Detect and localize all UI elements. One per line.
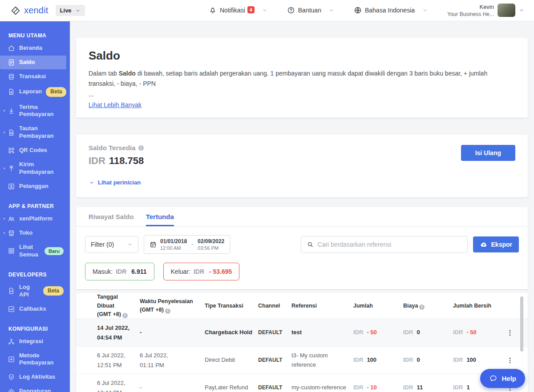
account-text: Kevin Your Business He... [447,3,494,18]
filter-dropdown[interactable]: Filter (0) [85,236,138,253]
history-card: Riwayat Saldo Tertunda Filter (0) 01/01/… [76,207,528,289]
intro-ellipsis: ... [89,91,515,98]
balance-info: Saldo Tersedia i IDR118.758 Lihat perini… [89,144,144,186]
cloud-download-icon [480,240,488,248]
brand: xendit Live [11,5,85,16]
saldo-intro-card: Saldo Dalam tab Saldo di bawah, setiap b… [76,38,528,118]
help-menu[interactable]: Bantuan [287,6,334,14]
currency-label: IDR [89,155,105,166]
sidebar-item-integrasi[interactable]: Integrasi [0,335,66,348]
language-menu[interactable]: Bahasa Indonesia [354,6,428,14]
business-name: Your Business He... [447,11,494,18]
date-range-end: 02/09/2022 03:56 PM [198,238,224,252]
integration-icon [8,338,15,345]
sidebar-item-toko[interactable]: Toko [0,226,66,240]
sidebar-item-kirim-pembayaran[interactable]: Kirim Pembayaran [0,158,66,179]
sidebar-item-laporan[interactable]: Laporan Beta [0,84,66,100]
reference-cell: t3- My custom reference [291,351,353,370]
caret-right-icon [2,166,7,171]
notifications-count-badge: 4 [247,6,255,13]
shop-icon [8,229,15,237]
sidebar-section-title: DEVELOPERS [0,272,70,280]
info-icon[interactable]: i [138,145,144,151]
sidebar-section-title: APP & PARTNER [0,203,70,212]
top-bar: xendit Live Notifikasi 4 Bantuan Bahasa … [0,0,534,21]
outflow-value: - 53.695 [209,268,232,275]
row-actions-menu[interactable] [504,327,516,339]
sidebar-section-title: MENU UTAMA [0,32,70,41]
see-more-link[interactable]: Lihat Lebih Banyak [89,101,142,108]
notifications-label: Notifikasi [220,7,245,14]
channel-cell: DEFAULT [258,384,291,392]
environment-selector[interactable]: Live [56,5,85,16]
sidebar-item-qr-codes[interactable]: QR Codes [0,144,66,157]
settled-cell: - [140,383,205,392]
sidebar-section-konfigurasi: KONFIGURASI Integrasi Metode Pembayaran … [0,326,70,392]
xendit-logo-icon [11,6,20,16]
col-channel: Channel [258,302,291,310]
gear-icon [8,388,15,392]
bell-icon [209,6,217,14]
coins-icon [8,73,15,80]
sidebar-item-log-api[interactable]: Log API Beta [0,280,66,302]
table-row: 14 Jul 2022,04:54 PM - Chargeback Hold D… [76,319,528,347]
sidebar-item-transaksi[interactable]: Transaksi [0,70,66,84]
info-icon[interactable]: i [122,313,128,318]
sidebar-item-beranda[interactable]: Beranda [0,41,66,55]
search-container [301,236,468,253]
balance-card: Saldo Tersedia i IDR118.758 Lihat perini… [76,135,528,197]
channel-cell: DEFAULT [258,328,291,337]
tab-riwayat-saldo[interactable]: Riwayat Saldo [89,207,134,226]
search-icon [307,241,314,248]
payment-link-icon [8,129,15,136]
sidebar-section-developers: DEVELOPERS Log API Beta Callbacks [0,272,70,316]
notifications-menu[interactable]: Notifikasi 4 [209,6,267,14]
reference-cell: test [291,328,353,337]
search-input[interactable] [318,241,462,248]
col-waktu-penyelesaian: Waktu Penyelesaian(GMT +8)i [140,297,205,315]
sidebar-item-log-aktivitas[interactable]: Log Aktivitas [0,370,66,384]
sidebar-item-lihat-semua[interactable]: Lihat Semua Baru [0,240,66,262]
balance-value: 118.758 [109,155,144,166]
chevron-down-icon [519,8,524,13]
account-menu[interactable]: Kevin Your Business He... [447,3,524,18]
fee-cell: IDR0 [403,328,453,337]
sidebar-item-metode-pembayaran[interactable]: Metode Pembayaran [0,349,66,370]
col-tanggal-dibuat: Tanggal Dibuat(GMT +8)i [97,293,140,319]
intro-description: Dalam tab Saldo di bawah, setiap baris a… [89,68,515,89]
users-icon [8,215,15,223]
table-header-row: Tanggal Dibuat(GMT +8)i Waktu Penyelesai… [76,293,528,319]
fee-cell: IDR0 [403,356,453,365]
caret-right-icon [2,230,7,236]
home-icon [8,44,15,52]
question-circle-icon [287,6,295,14]
topup-button[interactable]: Isi Ulang [461,145,515,161]
export-button[interactable]: Ekspor [473,236,519,252]
help-label: Bantuan [298,7,321,14]
col-jumlah-bersih: Jumlah Bersih [453,302,499,310]
help-fab-button[interactable]: Help [480,369,525,388]
sidebar-item-callbacks[interactable]: Callbacks [0,302,66,316]
table-scrollbar[interactable] [520,296,523,352]
date-range-picker[interactable]: 01/01/2018 12:00 AM - 02/09/2022 03:56 P… [144,235,230,254]
sidebar-item-pelanggan[interactable]: Pelanggan [0,180,66,193]
balance-details-toggle[interactable]: Lihat perinician [89,179,144,186]
caret-right-icon [2,108,7,113]
chat-bubble-icon [489,374,498,383]
sidebar-item-saldo[interactable]: Saldo [0,56,66,69]
row-actions-menu[interactable] [504,355,516,366]
api-log-icon [8,287,15,295]
sidebar: MENU UTAMA Beranda Saldo Transaksi Lapor… [0,21,70,392]
sidebar-item-terima-pembayaran[interactable]: Terima Pembayaran [0,100,66,122]
created-cell: 14 Jul 2022,04:54 PM [97,323,140,343]
tab-tertunda[interactable]: Tertunda [146,207,174,226]
outflow-summary: Keluar: IDR - 53.695 [163,263,240,280]
customer-icon [8,183,15,190]
sidebar-item-pengaturan[interactable]: Pengaturan [0,384,66,392]
info-icon[interactable]: i [419,304,425,310]
summary-row: Masuk: IDR 6.911 Keluar: IDR - 53.695 [76,262,528,289]
info-icon[interactable]: i [165,308,170,314]
settled-cell: 6 Jul 2022,01:11 PM [140,351,205,370]
sidebar-item-tautan-pembayaran[interactable]: Tautan Pembayaran [0,122,66,143]
sidebar-item-xenplatform[interactable]: xenPlatform [0,212,66,226]
